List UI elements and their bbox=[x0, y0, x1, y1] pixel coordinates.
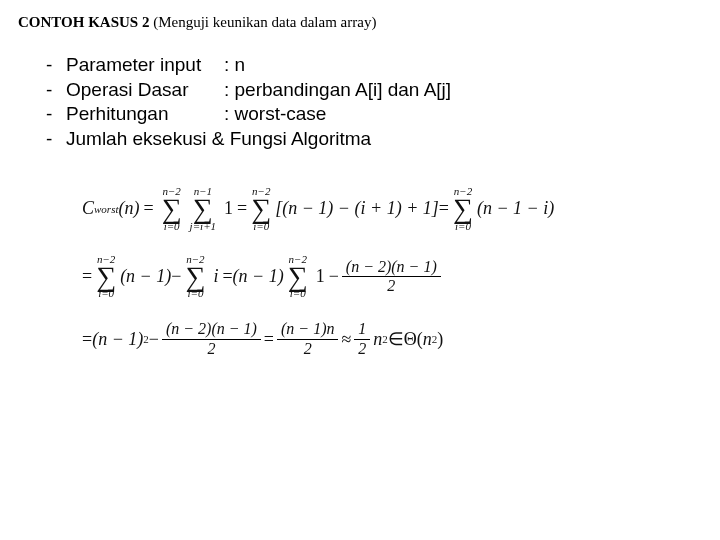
frac-num: (n − 1)n bbox=[277, 321, 338, 337]
nm1mi: (n − 1 − i) bbox=[477, 198, 554, 219]
n-arg: (n) bbox=[118, 198, 139, 219]
bullet-label: Parameter input bbox=[66, 53, 224, 78]
sigma-symbol: n−1 ∑ j=i+1 bbox=[188, 186, 218, 232]
nm1-sq-base: (n − 1) bbox=[92, 329, 143, 350]
frac-den: 2 bbox=[383, 278, 399, 294]
element-of: ∈ bbox=[388, 328, 404, 350]
frac-den: 2 bbox=[203, 341, 219, 357]
theta-open: Θ( bbox=[404, 329, 423, 350]
slide-title: CONTOH KASUS 2 (Menguji keunikan data da… bbox=[18, 14, 702, 31]
bullet-label: Operasi Dasar bbox=[66, 78, 224, 103]
bullet-value: : worst-case bbox=[224, 103, 326, 124]
fraction: (n − 2)(n − 1) 2 bbox=[342, 259, 441, 295]
theta-n: n bbox=[423, 329, 432, 350]
bullet-dash: - bbox=[46, 53, 66, 78]
nm1: (n − 1) bbox=[120, 266, 171, 287]
equals: = bbox=[82, 266, 92, 287]
equation-line-2: = n−2 ∑ i=0 (n − 1) − n−2 ∑ i=0 i = (n −… bbox=[82, 254, 702, 300]
term-one: 1 bbox=[224, 198, 233, 219]
sum-lower: i=0 bbox=[290, 288, 306, 299]
sum-lower: i=0 bbox=[187, 288, 203, 299]
worst-subscript: worst bbox=[94, 203, 118, 215]
sigma-symbol: n−2 ∑ i=0 bbox=[249, 186, 273, 232]
sum-lower: i=0 bbox=[98, 288, 114, 299]
equation-line-1: Cworst(n) = n−2 ∑ i=0 n−1 ∑ j=i+1 1 = n−… bbox=[82, 186, 702, 232]
fraction: (n − 2)(n − 1) 2 bbox=[162, 321, 261, 357]
bracket-expr: [(n − 1) − (i + 1) + 1] bbox=[275, 198, 439, 219]
sigma-symbol: n−2 ∑ i=0 bbox=[160, 186, 184, 232]
theta-close: ) bbox=[437, 329, 443, 350]
c-symbol: C bbox=[82, 198, 94, 219]
sigma-symbol: n−2 ∑ i=0 bbox=[451, 186, 475, 232]
list-item: - Perhitungan: worst-case bbox=[46, 102, 702, 127]
slide: CONTOH KASUS 2 (Menguji keunikan data da… bbox=[0, 0, 720, 540]
term-one: 1 bbox=[316, 266, 325, 287]
bullet-dash: - bbox=[46, 102, 66, 127]
equals: = bbox=[439, 198, 449, 219]
bullet-label: Perhitungan bbox=[66, 102, 224, 127]
bullet-label: Jumlah eksekusi & Fungsi Algoritma bbox=[66, 128, 371, 149]
title-bold: CONTOH KASUS 2 bbox=[18, 14, 149, 30]
frac-num: 1 bbox=[354, 321, 370, 337]
minus: − bbox=[329, 266, 339, 287]
list-item: - Operasi Dasar: perbandingan A[i] dan A… bbox=[46, 78, 702, 103]
bullet-dash: - bbox=[46, 78, 66, 103]
frac-num: (n − 2)(n − 1) bbox=[342, 259, 441, 275]
bullet-dash: - bbox=[46, 127, 66, 152]
sigma-symbol: n−2 ∑ i=0 bbox=[183, 254, 207, 300]
math-block: Cworst(n) = n−2 ∑ i=0 n−1 ∑ j=i+1 1 = n−… bbox=[18, 186, 702, 357]
frac-den: 2 bbox=[300, 341, 316, 357]
equals: = bbox=[143, 198, 153, 219]
fraction: 1 2 bbox=[354, 321, 370, 357]
list-item: - Jumlah eksekusi & Fungsi Algoritma bbox=[46, 127, 702, 152]
sum-lower: j=i+1 bbox=[190, 221, 216, 232]
minus: − bbox=[171, 266, 181, 287]
sum-lower: i=0 bbox=[455, 221, 471, 232]
sigma-symbol: n−2 ∑ i=0 bbox=[94, 254, 118, 300]
equals: = bbox=[264, 329, 274, 350]
bullet-list: - Parameter input: n - Operasi Dasar: pe… bbox=[18, 53, 702, 152]
frac-num: (n − 2)(n − 1) bbox=[162, 321, 261, 337]
list-item: - Parameter input: n bbox=[46, 53, 702, 78]
frac-den: 2 bbox=[354, 341, 370, 357]
equals: = bbox=[237, 198, 247, 219]
title-rest: (Menguji keunikan data dalam array) bbox=[149, 14, 376, 30]
i-term: i bbox=[213, 266, 218, 287]
equals: = bbox=[222, 266, 232, 287]
fraction: (n − 1)n 2 bbox=[277, 321, 338, 357]
sum-lower: i=0 bbox=[164, 221, 180, 232]
minus: − bbox=[149, 329, 159, 350]
approx: ≈ bbox=[341, 329, 351, 350]
n-sq-base: n bbox=[373, 329, 382, 350]
equals: = bbox=[82, 329, 92, 350]
sigma-symbol: n−2 ∑ i=0 bbox=[286, 254, 310, 300]
sum-lower: i=0 bbox=[253, 221, 269, 232]
bullet-value: : n bbox=[224, 54, 245, 75]
equation-line-3: = (n − 1)2 − (n − 2)(n − 1) 2 = (n − 1)n… bbox=[82, 321, 702, 357]
nm1: (n − 1) bbox=[233, 266, 284, 287]
bullet-value: : perbandingan A[i] dan A[j] bbox=[224, 79, 451, 100]
